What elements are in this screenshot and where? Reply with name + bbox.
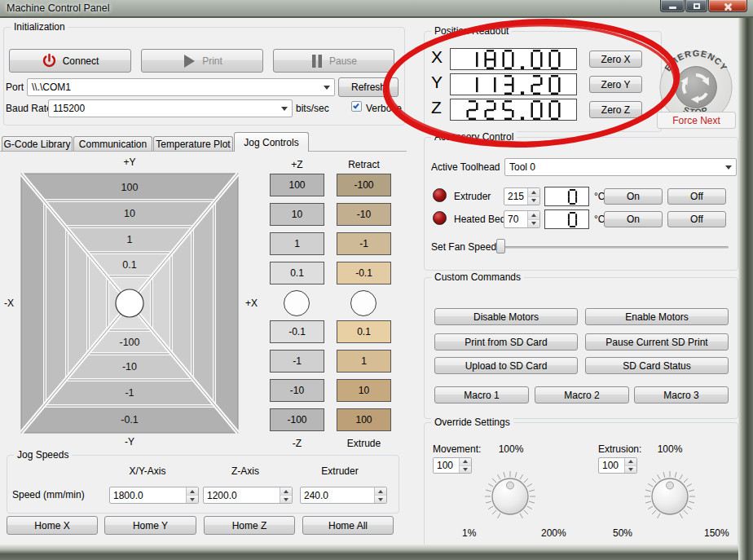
print-button[interactable]: Print: [141, 49, 263, 73]
jog-z-button[interactable]: 0.1: [270, 262, 324, 284]
zero-z-button[interactable]: Zero Z: [589, 101, 642, 118]
refresh-button[interactable]: Refresh: [338, 77, 399, 97]
jog-z-button[interactable]: -10: [270, 379, 324, 402]
pause-button[interactable]: Pause: [273, 49, 394, 73]
extruder-setpoint-spinbox[interactable]: 215: [504, 187, 540, 205]
movement-knob[interactable]: [482, 468, 539, 525]
home-z-button[interactable]: Home Z: [204, 516, 295, 535]
window-frame-right: [738, 0, 753, 560]
port-combobox[interactable]: \\.\COM1: [27, 78, 335, 96]
tab-temperature-plot[interactable]: Temperature Plot: [153, 136, 233, 152]
override-settings-group: Override Settings Movement: 100% 100 1% …: [424, 422, 738, 546]
spinner-arrows-icon[interactable]: [459, 458, 471, 473]
jog-z-button[interactable]: 100: [270, 174, 324, 196]
port-value: \\.\COM1: [28, 82, 319, 93]
position-readout-group: Position Readout X Zero X Y Zero Y Z Zer…: [424, 31, 662, 132]
force-next-button[interactable]: Force Next: [657, 112, 736, 129]
connect-button[interactable]: Connect: [9, 49, 131, 73]
extruder-on-button[interactable]: On: [604, 188, 663, 205]
svg-text:-100: -100: [119, 337, 139, 348]
spinner-arrows-icon[interactable]: [280, 487, 292, 503]
tab-gcode-library[interactable]: G-Code Library: [2, 136, 73, 152]
movement-current-label: 100%: [487, 443, 535, 455]
home-x-button[interactable]: Home X: [7, 516, 98, 535]
active-toolhead-value: Tool 0: [505, 161, 721, 173]
extrude-button[interactable]: 0.1: [337, 320, 391, 343]
maximize-button[interactable]: [685, 0, 707, 12]
active-toolhead-combobox[interactable]: Tool 0: [504, 158, 737, 176]
verbose-label: Verbose: [366, 103, 402, 114]
spinner-arrows-icon[interactable]: [374, 487, 386, 503]
machine-control-panel-window: Machine Control Panel Initialization Con…: [0, 0, 753, 560]
jog-z-button[interactable]: -0.1: [270, 320, 324, 343]
jog-z-button[interactable]: -1: [270, 350, 324, 373]
extrusion-spinbox[interactable]: 100: [598, 457, 637, 474]
svg-text:-1: -1: [125, 387, 134, 399]
extrude-button[interactable]: -0.1: [337, 262, 391, 284]
movement-spinbox[interactable]: 100: [433, 457, 472, 474]
active-toolhead-label: Active Toolhead: [431, 161, 500, 173]
jog-z-button[interactable]: 1: [270, 232, 324, 255]
macro-2-button[interactable]: Macro 2: [535, 386, 629, 403]
accessory-control-group: Accessory Control Active Toolhead Tool 0…: [424, 137, 738, 271]
dropdown-arrow-icon: [277, 100, 292, 117]
extrude-button[interactable]: -10: [337, 203, 391, 226]
jog-z-column: 1001010.1-0.1-1-10-100: [270, 174, 324, 431]
extruder-speed-spinbox[interactable]: 240.0: [300, 487, 387, 504]
extrude-circle[interactable]: [350, 290, 376, 316]
extrusion-max-label: 150%: [704, 527, 729, 539]
extrude-button[interactable]: 10: [337, 379, 391, 402]
movement-min-label: 1%: [462, 527, 476, 539]
sd-card-status-button[interactable]: SD Card Status: [585, 357, 729, 374]
fan-speed-slider-track[interactable]: [501, 246, 729, 249]
baud-rate-combobox[interactable]: 115200: [48, 99, 293, 117]
fan-speed-slider-handle[interactable]: [496, 239, 505, 254]
enable-motors-button[interactable]: Enable Motors: [585, 308, 729, 325]
pause-sd-print-button[interactable]: Pause Current SD Print: [585, 333, 729, 351]
minimize-button[interactable]: [660, 0, 685, 12]
extrude-button[interactable]: -1: [337, 232, 391, 255]
heated-bed-off-button[interactable]: Off: [667, 211, 726, 227]
spinner-arrows-icon[interactable]: [624, 458, 636, 473]
upload-to-sd-button[interactable]: Upload to SD Card: [434, 357, 578, 374]
xy-speed-spinbox[interactable]: 1800.0: [109, 487, 199, 504]
override-settings-legend: Override Settings: [431, 417, 513, 428]
tab-jog-controls[interactable]: Jog Controls: [234, 132, 309, 152]
spinner-arrows-icon[interactable]: [186, 487, 198, 503]
home-all-button[interactable]: Home All: [302, 516, 394, 535]
heated-bed-setpoint-spinbox[interactable]: 70: [504, 210, 540, 228]
jog-z-footer: -Z: [270, 438, 324, 449]
fan-speed-label: Set Fan Speed: [431, 241, 496, 253]
extrusion-knob[interactable]: [641, 468, 698, 525]
extruder-off-button[interactable]: Off: [667, 188, 726, 205]
verbose-checkbox[interactable]: [351, 101, 362, 112]
zero-y-button[interactable]: Zero Y: [589, 76, 642, 93]
spinner-arrows-icon[interactable]: [527, 211, 539, 227]
disable-motors-button[interactable]: Disable Motors: [434, 308, 578, 325]
jog-center-circle[interactable]: [116, 289, 143, 317]
initialization-legend: Initialization: [11, 21, 68, 33]
extrude-button[interactable]: 100: [337, 408, 391, 431]
print-from-sd-button[interactable]: Print from SD Card: [434, 333, 578, 351]
jog-z-button[interactable]: -100: [270, 408, 324, 431]
extrude-button[interactable]: 1: [337, 350, 391, 373]
tab-communication[interactable]: Communication: [73, 136, 152, 152]
jog-xy-pad[interactable]: 100-0.110-11-100.1-100: [20, 173, 239, 434]
zero-x-button[interactable]: Zero X: [589, 51, 642, 68]
extrude-footer: Extrude: [337, 438, 391, 449]
home-y-button[interactable]: Home Y: [104, 516, 196, 535]
close-button[interactable]: [708, 0, 747, 12]
maximize-icon: [694, 3, 700, 9]
dropdown-arrow-icon: [721, 159, 736, 175]
spinner-arrows-icon[interactable]: [527, 188, 539, 205]
jog-speeds-group: Jog Speeds X/Y-Axis Z-Axis Extruder Spee…: [7, 455, 399, 514]
macro-3-button[interactable]: Macro 3: [634, 386, 729, 403]
jog-z-circle[interactable]: [284, 290, 310, 316]
z-speed-spinbox[interactable]: 1200.0: [203, 487, 293, 504]
y-position-display: [450, 73, 577, 95]
title-bar[interactable]: Machine Control Panel: [0, 0, 753, 18]
macro-1-button[interactable]: Macro 1: [434, 386, 529, 403]
heated-bed-on-button[interactable]: On: [604, 211, 663, 227]
extrude-button[interactable]: -100: [337, 174, 391, 196]
jog-z-button[interactable]: 10: [270, 203, 324, 226]
